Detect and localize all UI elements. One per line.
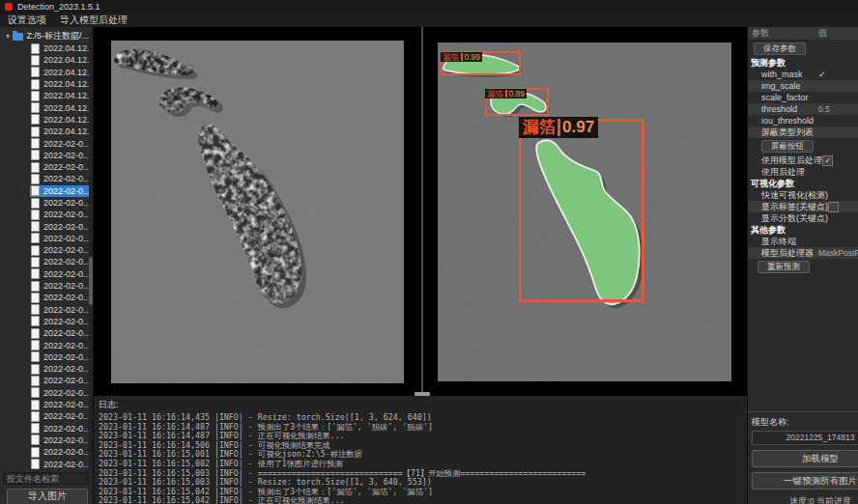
menu-item-import-postprocess[interactable]: 导入模型后处理 [60,14,128,27]
param-action-button[interactable]: 保存参数 [754,42,806,55]
param-section-title: 其他参数 [748,224,858,236]
tree-root-folder[interactable]: ▾ Z:/5-标注数据/... [1,30,89,42]
tree-item-label: 2022-02-0... [43,424,89,434]
param-row[interactable]: 显示终端 [748,236,858,247]
model-name-field[interactable]: 20221225_174813 [752,431,858,445]
tree-item[interactable]: 2022-02-0... [1,363,89,375]
tree-item[interactable]: 2022-02-0... [1,446,89,458]
prediction-image-view[interactable]: 漏箔0.99漏箔0.89漏箔0.97 [438,42,731,381]
tree-item[interactable]: 2022-02-0... [1,458,89,469]
tree-item[interactable]: 2022.04.12... [1,42,89,54]
file-icon [31,150,40,160]
search-input[interactable] [3,472,89,485]
tree-scrollbar-thumb[interactable] [89,257,93,305]
tree-item[interactable]: 2022.04.12... [1,126,89,137]
tree-item-label: 2022-02-0... [43,435,89,445]
param-row[interactable]: 显示标签(关键点) [748,201,858,212]
tree-item[interactable]: 2022.04.12... [1,114,89,126]
params-header: 参数 值 [748,27,858,41]
tree-item[interactable]: 2022-02-0... [1,197,89,209]
tree-item[interactable]: 2022-02-0... [1,292,89,303]
tree-item[interactable]: 2022-02-0... [1,423,89,434]
tree-item[interactable]: 2022-02-0... [1,209,89,220]
file-icon [31,162,40,173]
tree-item-label: 2022-02-0... [43,162,89,172]
tree-item[interactable]: 2022-02-0... [1,304,89,316]
param-action-button[interactable]: 屏蔽按钮 [761,140,814,153]
file-icon [31,434,40,445]
chevron-down-icon[interactable]: ▾ [3,32,13,41]
file-panel: ▾ Z:/5-标注数据/... 2022.04.12...2022.04.12.… [0,27,94,504]
param-row[interactable]: 显示分数(关键点) [748,212,858,224]
detection-score: 0.99 [465,52,481,62]
file-icon [31,387,40,398]
param-row[interactable]: threshold0.5 [748,103,858,115]
tree-item[interactable]: 2022-02-0... [1,268,89,280]
file-icon [31,185,40,196]
tree-item[interactable]: 2022-02-0... [1,339,89,350]
tree-item[interactable]: 2022-02-0... [1,244,89,256]
tree-item[interactable]: 2022-02-0... [1,351,89,363]
checkbox-checked[interactable]: ✓ [822,155,833,166]
tree-item-label: 2022-02-0... [43,411,89,421]
param-row[interactable]: 使用后处理 [748,166,858,178]
tree-item[interactable]: 2022-02-0... [1,316,89,327]
tree-item[interactable]: 2022-02-0... [1,410,89,422]
tree-item[interactable]: 2022-02-0... [1,150,89,161]
file-icon [31,257,40,267]
check-icon[interactable]: ✓ [818,70,858,79]
tree-item[interactable]: 2022.04.12... [1,54,89,66]
predict-all-button[interactable]: 一键预测所有图片 [752,472,858,490]
param-row[interactable]: scale_factor [748,92,858,103]
tree-item[interactable]: 2022-02-0... [1,220,89,232]
param-label: threshold [748,104,818,114]
param-section-title: 可视化参数 [748,178,858,189]
tree-item[interactable]: 2022-02-0... [1,387,89,399]
tree-item[interactable]: 2022-02-0... [1,256,89,267]
param-row[interactable]: 屏蔽类型列表 [748,126,858,138]
log-panel[interactable]: 日志: 2023-01-11 16:16:14,435 |INFO| - Res… [94,396,747,504]
file-icon [31,293,40,303]
tree-item[interactable]: 2022-02-0... [1,173,89,184]
tree-item[interactable]: 2022-02-0... [1,137,89,149]
checkbox-empty[interactable] [828,202,839,212]
label-separator [505,90,507,98]
file-icon [31,79,40,90]
model-name-label: 模型名称: [752,416,858,429]
tree-item[interactable]: 2022-02-0... [1,434,89,446]
tree-item-label: 2022-02-0... [43,186,89,196]
image-divider[interactable] [421,27,423,396]
file-icon [31,221,40,232]
tree-scrollbar[interactable] [89,30,93,469]
log-lines: 2023-01-11 16:16:14,435 |INFO| - Resize:… [99,413,747,504]
param-row[interactable]: 使用模型后处理✓ [748,154,858,166]
file-icon [31,138,40,149]
tree-item[interactable]: 2022-02-0... [1,280,89,292]
param-label: img_scale [748,81,818,91]
detection-class-name: 漏箔 [443,52,459,62]
source-image-view[interactable] [111,41,404,383]
file-icon [31,102,40,113]
tree-item[interactable]: 2022.04.12... [1,90,89,101]
param-row[interactable]: with_mask✓ [748,69,858,80]
tree-item[interactable]: 2022.04.12... [1,78,89,90]
param-row[interactable]: 快速可视化(检测) [748,189,858,201]
tree-item-label: 2022-02-0... [43,388,89,398]
tree-item[interactable]: 2022.04.12... [1,67,89,78]
param-row[interactable]: img_scale [748,80,858,92]
tree-item[interactable]: 2022-02-0... [1,185,89,197]
detection-class-name: 漏箔 [523,117,556,138]
tree-item[interactable]: 2022.04.12... [1,101,89,113]
import-images-button[interactable]: 导入图片 [7,489,88,504]
tree-item[interactable]: 2022-02-0... [1,399,89,410]
param-action-button[interactable]: 重新预测 [758,261,810,273]
tree-item[interactable]: 2022-02-0... [1,327,89,339]
file-icon [31,210,40,220]
tree-item[interactable]: 2022-02-0... [1,233,89,244]
load-model-button[interactable]: 加载模型 [752,450,858,467]
menu-item-settings[interactable]: 设置选项 [8,14,46,27]
param-row[interactable]: iou_threshold [748,115,858,126]
tree-item[interactable]: 2022-02-0... [1,161,89,173]
param-row[interactable]: 模型后处理器MaskPostPro [748,247,858,259]
tree-item[interactable]: 2022-02-0... [1,375,89,386]
